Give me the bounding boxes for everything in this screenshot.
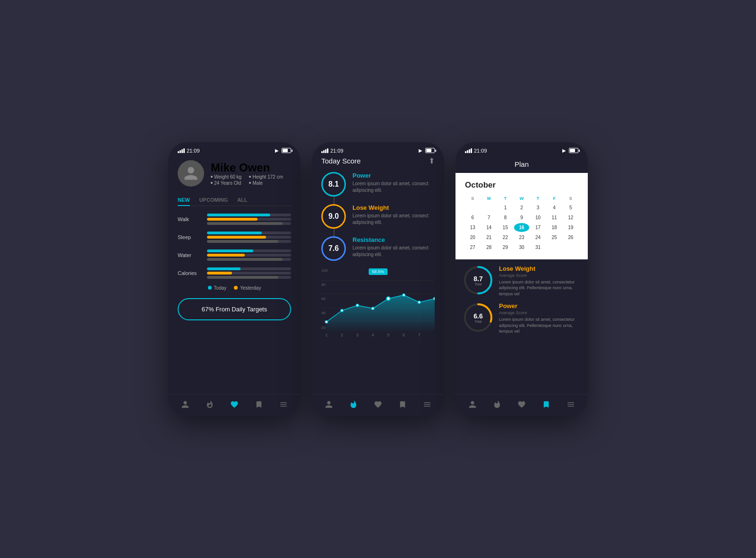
cal-day[interactable]: 15 xyxy=(498,223,513,232)
cal-day[interactable]: 8 xyxy=(498,213,513,222)
cal-day[interactable]: 17 xyxy=(530,223,546,232)
phones-container: 21:09 ▶ Mike Owen Weight 60 kg Height 17… xyxy=(168,142,588,416)
location-icon-3: ▶ xyxy=(562,148,566,153)
cal-day[interactable]: 10 xyxy=(530,213,546,222)
cal-header-t2: T xyxy=(530,195,546,202)
cal-day[interactable]: 20 xyxy=(465,233,481,242)
metric-water: Water xyxy=(178,249,291,261)
nav-bookmark-2[interactable] xyxy=(398,400,407,409)
cal-day[interactable]: 2 xyxy=(514,203,530,212)
nav-flame-1[interactable] xyxy=(206,400,214,409)
nav-heart-3[interactable] xyxy=(517,400,526,409)
cal-header-t1: T xyxy=(498,195,513,202)
nav-heart-1[interactable] xyxy=(230,400,239,409)
svg-text:1: 1 xyxy=(325,332,327,337)
nav-person-2[interactable] xyxy=(325,400,333,409)
nav-heart-2[interactable] xyxy=(374,400,382,409)
svg-point-11 xyxy=(418,301,421,303)
chart-area: 10080604020 58.5% xyxy=(321,268,435,339)
cal-day[interactable]: 22 xyxy=(498,233,513,242)
nav-menu-2[interactable] xyxy=(423,400,431,409)
cal-day[interactable]: 14 xyxy=(481,223,497,232)
cal-day[interactable]: 26 xyxy=(563,233,578,242)
cal-day[interactable]: 12 xyxy=(563,213,578,222)
score-text-weight: Lose Weight Lorem ipsum dolor sit amet, … xyxy=(352,204,435,226)
cal-day[interactable]: 25 xyxy=(547,233,562,242)
signal-icon xyxy=(178,148,185,153)
cal-day[interactable]: 27 xyxy=(465,243,481,252)
tab-all[interactable]: ALL xyxy=(237,194,247,206)
metric-walk: Walk xyxy=(178,214,291,225)
svg-point-5 xyxy=(325,320,327,323)
nav-flame-3[interactable] xyxy=(493,400,501,409)
status-bar-3: 21:09 ▶ xyxy=(455,142,588,156)
phone-profile: 21:09 ▶ Mike Owen Weight 60 kg Height 17… xyxy=(168,142,301,416)
plan-card-text-lose-weight: Lose Weight Average Score Lorem ipsum do… xyxy=(499,265,580,297)
cal-day[interactable]: 28 xyxy=(481,243,497,252)
status-bar-1: 21:09 ▶ xyxy=(168,142,301,156)
chart-badge: 58.5% xyxy=(369,268,387,275)
cal-day[interactable]: 4 xyxy=(547,203,562,212)
svg-text:6: 6 xyxy=(403,332,405,337)
nav-person-1[interactable] xyxy=(181,400,189,409)
svg-point-7 xyxy=(356,304,359,306)
score-items: 8.1 Power Lorem ipsum dolor sit amet, co… xyxy=(321,172,435,261)
score-header: Today Score ⬆ xyxy=(321,156,435,165)
bottom-nav-3 xyxy=(455,394,588,416)
phone-today-score: 21:09 ▶ Today Score ⬆ 8.1 P xyxy=(312,142,444,416)
plan-card-lose-weight: 8.7 Total Lose Weight Average Score Lore… xyxy=(463,265,580,297)
cal-day[interactable]: 29 xyxy=(498,243,513,252)
nav-menu-3[interactable] xyxy=(567,400,575,409)
nav-menu-1[interactable] xyxy=(279,400,288,409)
plan-cards: 8.7 Total Lose Weight Average Score Lore… xyxy=(455,259,588,341)
cal-day[interactable]: 18 xyxy=(547,223,562,232)
cal-day[interactable]: 5 xyxy=(563,203,578,212)
radial-lose-weight: 8.7 Total xyxy=(463,265,493,295)
svg-point-9 xyxy=(387,297,390,300)
cal-header-w: W xyxy=(514,195,530,202)
share-icon[interactable]: ⬆ xyxy=(429,156,435,165)
battery-icon-3 xyxy=(569,148,578,153)
nav-person-3[interactable] xyxy=(468,400,477,409)
time-3: 21:09 xyxy=(474,148,487,154)
chart-svg: 1 2 3 4 5 6 7 xyxy=(321,268,435,339)
bottom-nav-2 xyxy=(312,394,444,416)
profile-name: Mike Owen xyxy=(211,161,283,174)
score-circle-power: 8.1 xyxy=(321,172,346,197)
cal-day[interactable]: 30 xyxy=(514,243,530,252)
metric-calories: Calories xyxy=(178,267,291,279)
cal-day[interactable]: 7 xyxy=(481,213,497,222)
phone-plan: 21:09 ▶ Plan October S M T W T F xyxy=(455,142,588,416)
location-icon: ▶ xyxy=(275,148,279,153)
nav-bookmark-3[interactable] xyxy=(542,400,550,409)
cal-day[interactable]: 3 xyxy=(530,203,546,212)
cta-button[interactable]: 67% From Daily Targets xyxy=(178,298,291,320)
svg-point-8 xyxy=(371,307,374,309)
nav-bookmark-1[interactable] xyxy=(255,400,263,409)
battery-icon-2 xyxy=(425,148,435,153)
cal-day[interactable]: 21 xyxy=(481,233,497,242)
cal-day[interactable]: 6 xyxy=(465,213,481,222)
cal-day[interactable]: 11 xyxy=(547,213,562,222)
cal-day-today[interactable]: 16 xyxy=(514,223,530,232)
metrics-list: Walk Sleep Water xyxy=(178,214,291,279)
battery-icon xyxy=(282,148,291,153)
cal-day[interactable]: 23 xyxy=(514,233,530,242)
time-1: 21:09 xyxy=(187,148,200,154)
tab-new[interactable]: NEW xyxy=(178,194,190,206)
cal-day[interactable]: 24 xyxy=(530,233,546,242)
svg-point-6 xyxy=(341,309,343,311)
radial-power: 6.6 Total xyxy=(463,302,493,333)
svg-text:5: 5 xyxy=(387,332,389,337)
cal-day[interactable]: 31 xyxy=(530,243,546,252)
cal-day[interactable]: 19 xyxy=(563,223,578,232)
svg-point-12 xyxy=(433,297,435,300)
nav-flame-2[interactable] xyxy=(349,400,358,409)
cal-day[interactable]: 1 xyxy=(498,203,513,212)
cal-day[interactable]: 13 xyxy=(465,223,481,232)
cal-day[interactable]: 9 xyxy=(514,213,530,222)
score-item-resistance: 7.6 Resistance Lorem ipsum dolor sit ame… xyxy=(321,236,435,261)
cal-header-m: M xyxy=(481,195,497,202)
tab-upcoming[interactable]: UPCOMING xyxy=(199,194,228,206)
location-icon-2: ▶ xyxy=(419,148,422,153)
